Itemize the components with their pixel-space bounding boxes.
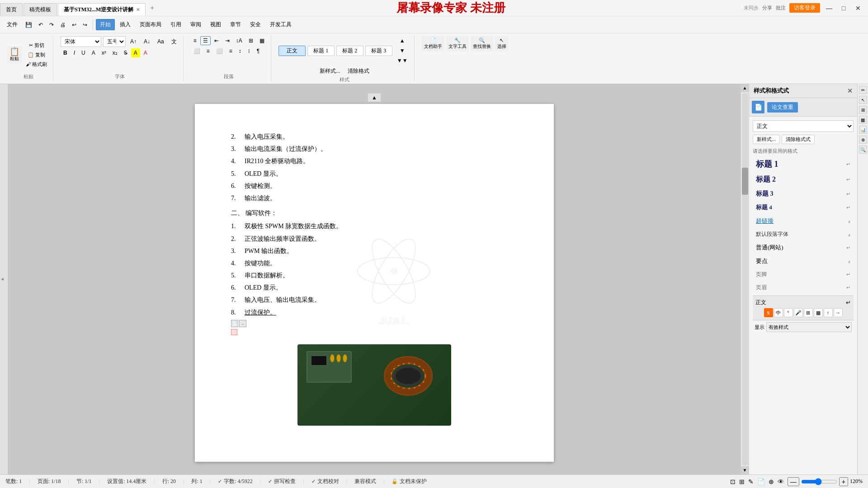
grid-icon[interactable]: ⊞: [804, 308, 813, 317]
table-icon[interactable]: ▦: [814, 308, 823, 317]
align-center-button[interactable]: ≡: [204, 47, 212, 56]
multi-page-button[interactable]: ⊞: [739, 478, 745, 485]
doc-float-icon2[interactable]: –: [239, 320, 246, 327]
style-item-header[interactable]: 页眉 ↵: [753, 282, 854, 294]
style-item-website[interactable]: 普通(网站) ↵: [753, 241, 854, 254]
redo2-icon[interactable]: ↪: [80, 20, 90, 29]
menu-file[interactable]: 文件: [3, 19, 22, 30]
print-icon[interactable]: 🖨: [57, 20, 68, 29]
style-heading3[interactable]: 标题 3: [365, 46, 392, 56]
tab-close-icon[interactable]: ✕: [136, 7, 140, 12]
list-ordered-button[interactable]: ☰: [200, 36, 211, 45]
clear-format-button[interactable]: 清除格式式: [782, 135, 815, 144]
menu-security[interactable]: 安全: [246, 19, 265, 30]
doc-template-button[interactable]: 论文查重: [767, 102, 798, 113]
tab-add-button[interactable]: +: [146, 2, 158, 14]
border-button[interactable]: ⊞: [246, 36, 256, 45]
paste-button[interactable]: 📋 粘贴: [7, 46, 22, 63]
subscript-button[interactable]: x₂: [110, 48, 120, 57]
undo-icon[interactable]: ↶: [36, 20, 46, 29]
menu-layout[interactable]: 页面布局: [136, 19, 165, 30]
scroll-down-style[interactable]: ▼: [394, 46, 410, 55]
right-icon-7[interactable]: 🔍: [859, 145, 867, 154]
line-spacing-button[interactable]: ↕: [236, 47, 244, 56]
strikethrough-button[interactable]: S̶: [121, 48, 130, 57]
style-normal[interactable]: 正文: [278, 46, 306, 56]
style-item-heading2[interactable]: 标题 2 ↵: [753, 173, 854, 187]
style-item-heading4[interactable]: 标题 4 ↵: [753, 201, 854, 214]
style-item-default_para[interactable]: 默认段落字体 a: [753, 228, 854, 240]
menu-view[interactable]: 视图: [206, 19, 225, 30]
font-clear-button[interactable]: Aa: [155, 37, 167, 46]
minimize-button[interactable]: —: [824, 3, 835, 14]
doc-float-icon[interactable]: 📄: [231, 320, 238, 327]
up-icon[interactable]: ↑: [824, 308, 833, 317]
format-paint-button[interactable]: 🖌 格式刷: [24, 60, 49, 69]
sogou-icon[interactable]: S: [764, 308, 773, 317]
style-dropdown[interactable]: 正文: [753, 120, 854, 132]
scroll-up-button[interactable]: ▲: [368, 93, 381, 102]
select-button[interactable]: ↖ 选择: [495, 36, 509, 51]
align-justify-button[interactable]: ≡: [226, 47, 235, 56]
copy-button[interactable]: 📋 复制: [24, 51, 49, 59]
style-heading1[interactable]: 标题 1: [307, 46, 335, 56]
text-tool-button[interactable]: 🔧 文字工具: [446, 36, 469, 51]
column-button[interactable]: ⫶: [245, 47, 253, 56]
maximize-button[interactable]: □: [838, 3, 849, 14]
font-name-select[interactable]: 宋体: [61, 36, 101, 47]
tab-document[interactable]: 基于STM32...M逆变设计讲解 ✕: [58, 3, 146, 16]
right-icon-2[interactable]: ↖: [859, 96, 867, 104]
fit-page-button[interactable]: ⊡: [730, 478, 736, 485]
menu-chapter[interactable]: 章节: [226, 19, 245, 30]
scroll-thumb[interactable]: [742, 168, 748, 195]
style-item-heading1[interactable]: 标题 1 ↵: [753, 156, 854, 172]
scroll-up-style[interactable]: ▲: [394, 36, 410, 45]
paragraph-mark-button[interactable]: ¶: [254, 47, 262, 56]
spell-check[interactable]: ✓ 拼写检查: [268, 478, 296, 485]
edit-button[interactable]: ✎: [748, 478, 754, 485]
increase-font-button[interactable]: A↑: [127, 37, 139, 46]
new-style-btn[interactable]: 新样式...: [317, 66, 343, 76]
italic-button[interactable]: I: [71, 48, 78, 57]
right-icon-1[interactable]: ✏: [859, 86, 867, 94]
page-view-button[interactable]: 📄: [757, 478, 765, 485]
right-icon[interactable]: →: [834, 308, 843, 317]
align-right-button[interactable]: ⬜: [213, 47, 226, 56]
sidebar-close-icon[interactable]: ✕: [847, 87, 853, 95]
zoom-out-button[interactable]: —: [788, 477, 799, 486]
tab-template[interactable]: 稿壳模板: [24, 3, 57, 16]
indent-right-button[interactable]: ⇥: [222, 36, 232, 45]
style-item-footer[interactable]: 页脚 ↵: [753, 268, 854, 281]
scroll-up-btn[interactable]: ▲: [741, 84, 749, 92]
clear-format-btn[interactable]: 清除格式: [345, 66, 372, 76]
font-size-select[interactable]: 五号: [103, 36, 126, 47]
indent-left-button[interactable]: ⇤: [212, 36, 222, 45]
style-item-heading3[interactable]: 标题 3 ↵: [753, 188, 854, 200]
superscript-button[interactable]: x²: [99, 48, 109, 57]
menu-insert[interactable]: 插入: [116, 19, 135, 30]
decrease-font-button[interactable]: A↓: [141, 37, 153, 46]
right-icon-3[interactable]: ⊞: [859, 106, 867, 114]
new-style-button[interactable]: 新样式...: [753, 135, 780, 144]
align-left-button[interactable]: ⬜: [191, 47, 203, 56]
color-button[interactable]: A: [89, 48, 98, 57]
writing-assist-button[interactable]: 📄 文档助手: [422, 36, 444, 51]
right-icon-6[interactable]: ⊕: [859, 136, 867, 144]
document-area[interactable]: ▲ Invented for life 科美电子: [8, 84, 741, 474]
doc-verify[interactable]: ✓ 文档校对: [311, 478, 339, 485]
visit-login-button[interactable]: 访客登录: [789, 3, 820, 13]
dot-icon[interactable]: °: [784, 308, 793, 317]
sort-button[interactable]: ↕A: [233, 36, 245, 45]
mic-icon[interactable]: 🎤: [794, 308, 803, 317]
menu-review[interactable]: 审阅: [186, 19, 205, 30]
more-styles[interactable]: ▼▼: [394, 56, 410, 65]
tab-home[interactable]: 首页: [0, 3, 23, 16]
vertical-scrollbar[interactable]: ▲ ▼: [741, 84, 749, 474]
style-item-hyperlink[interactable]: 超链接 a: [753, 215, 854, 227]
save-icon[interactable]: 💾: [23, 20, 35, 29]
zoom-in-button[interactable]: +: [839, 477, 848, 486]
right-icon-4[interactable]: ▦: [859, 116, 867, 124]
menu-start[interactable]: 开始: [96, 19, 115, 30]
share-btn[interactable]: 分享: [762, 5, 772, 11]
zh-icon[interactable]: 中: [774, 308, 783, 317]
